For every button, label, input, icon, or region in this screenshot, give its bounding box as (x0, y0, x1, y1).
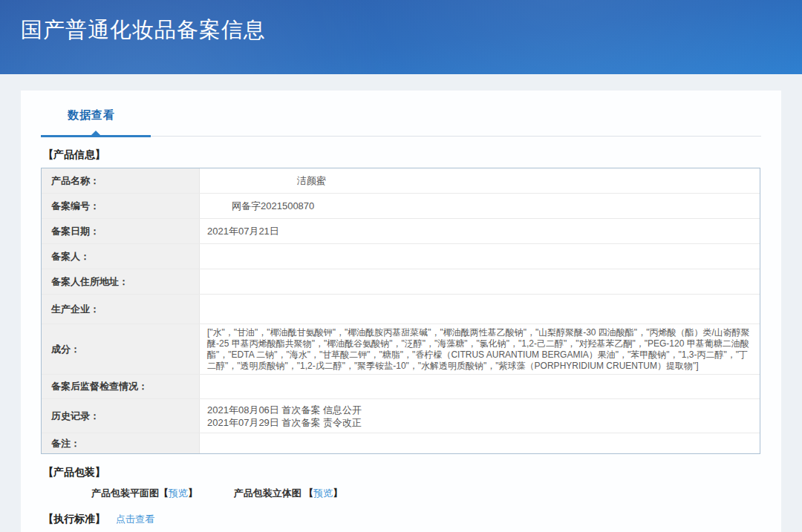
product-info-table: 产品名称： 洁颜蜜 备案编号： 网备字2021500870 备案日期： 2021… (41, 168, 760, 454)
row-label: 备案人： (42, 244, 200, 269)
page-banner: 国产普通化妆品备案信息 (0, 0, 802, 74)
table-row: 产品名称： 洁颜蜜 (42, 168, 760, 194)
row-label: 备注： (42, 433, 200, 453)
row-label: 生产企业： (42, 295, 200, 324)
row-value (200, 269, 760, 294)
table-row: 备案人： (42, 244, 760, 269)
section-product-info: 【产品信息】 (43, 148, 761, 162)
row-label: 成分： (42, 324, 200, 374)
packaging-stereo-label: 产品包装立体图 (234, 487, 304, 499)
bracket-close: 】 (188, 487, 198, 499)
row-value: 2021年07月21日 (200, 219, 760, 243)
table-row: 成分： ["水"，"甘油"，"椰油酰甘氨酸钾"，"椰油酰胺丙基甜菜碱"，"椰油酰… (42, 324, 760, 375)
tab-bar: 数据查看 (41, 91, 761, 137)
bracket-open: 【 (159, 487, 169, 499)
packaging-flat-preview-link[interactable]: 预览 (169, 487, 188, 499)
section-standard: 【执行标准】 (43, 513, 105, 525)
row-value: 2021年08月06日 首次备案 信息公开 2021年07月29日 首次备案 责… (200, 399, 760, 433)
row-value (200, 295, 760, 324)
row-value (200, 375, 760, 398)
packaging-flat-label: 产品包装平面图 (91, 487, 159, 499)
row-value (200, 244, 760, 269)
active-tab-caret-icon (91, 131, 101, 136)
row-label: 备案后监督检查情况： (42, 375, 200, 398)
packaging-links-row: 产品包装平面图【预览】 产品包装立体图 【预览】 (91, 487, 761, 500)
packaging-flat-group: 产品包装平面图【预览】 (91, 487, 198, 500)
active-tab-underline (41, 135, 151, 137)
row-label: 产品名称： (42, 168, 200, 193)
page-title: 国产普通化妆品备案信息 (21, 16, 266, 45)
section-product-package: 【产品包装】 (43, 466, 761, 479)
row-label: 历史记录： (42, 399, 200, 433)
packaging-stereo-preview-link[interactable]: 预览 (313, 487, 333, 499)
row-label: 备案日期： (42, 219, 200, 243)
table-row: 备案日期： 2021年07月21日 (42, 219, 760, 244)
bracket-close: 】 (333, 487, 342, 499)
row-value: 网备字2021500870 (200, 194, 760, 218)
packaging-stereo-group: 产品包装立体图 【预览】 (234, 487, 343, 500)
standard-view-link[interactable]: 点击查看 (116, 513, 154, 525)
row-value: 洁颜蜜 (200, 168, 760, 193)
row-value (200, 433, 760, 453)
table-row: 历史记录： 2021年08月06日 首次备案 信息公开 2021年07月29日 … (42, 399, 760, 433)
table-row: 备案编号： 网备字2021500870 (42, 194, 760, 219)
row-label: 备案编号： (42, 194, 200, 218)
row-value: ["水"，"甘油"，"椰油酰甘氨酸钾"，"椰油酰胺丙基甜菜碱"，"椰油酰两性基乙… (200, 324, 760, 374)
table-row: 生产企业： (42, 295, 760, 324)
table-row: 备注： (42, 433, 760, 453)
bracket-open: 【 (304, 487, 313, 499)
row-label: 备案人住所地址： (42, 269, 200, 294)
tab-data-view[interactable]: 数据查看 (68, 108, 115, 122)
standard-row: 【执行标准】点击查看 (43, 513, 761, 526)
table-row: 备案后监督检查情况： (42, 375, 760, 399)
content-card: 数据查看 【产品信息】 产品名称： 洁颜蜜 备案编号： 网备字202150087… (21, 91, 781, 532)
table-row: 备案人住所地址： (42, 269, 760, 295)
